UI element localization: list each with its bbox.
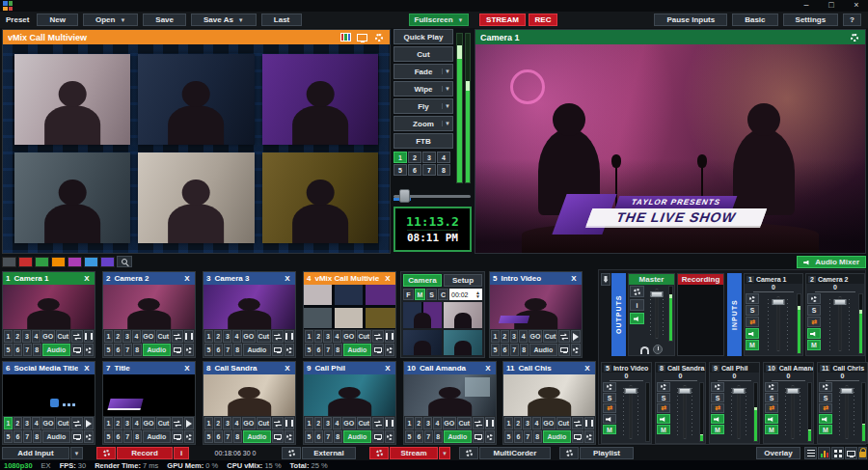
gear-icon[interactable] [746, 293, 759, 304]
fader-handle[interactable] [833, 299, 846, 305]
menu-list-button[interactable] [804, 447, 817, 459]
input-thumbnail[interactable] [490, 285, 582, 329]
loop-icon[interactable] [272, 417, 284, 429]
call-thumb[interactable] [403, 302, 442, 328]
overlay-2-button[interactable]: 2 [114, 417, 122, 429]
call-mode-f-button[interactable]: F [403, 289, 414, 300]
overlay-7-button[interactable]: 7 [510, 344, 519, 356]
overlay-5-button[interactable]: 5 [4, 344, 13, 356]
cut-button[interactable]: Cut [257, 330, 271, 343]
input-thumbnail[interactable] [304, 374, 395, 416]
overlay-3-button[interactable]: 3 [223, 330, 231, 343]
cut-button[interactable]: Cut [457, 417, 472, 429]
overlay-7-button[interactable]: 7 [123, 344, 132, 356]
cut-button[interactable]: Cut [393, 46, 453, 62]
mute-button[interactable]: M [746, 340, 759, 350]
cut-button[interactable]: Cut [257, 417, 271, 429]
input-thumbnail[interactable] [203, 374, 295, 416]
transition-t-bar[interactable] [393, 189, 471, 203]
fullscreen-monitor-icon[interactable] [372, 344, 384, 356]
solo-button[interactable]: S [807, 305, 821, 316]
overlay-1-button[interactable]: 1 [104, 417, 113, 429]
stream-dropdown[interactable]: ▼ [439, 447, 450, 459]
close-input-button[interactable]: X [82, 364, 92, 373]
stinger-8-button[interactable]: 8 [437, 164, 450, 176]
input-header[interactable]: 2 Camera 2 X [103, 272, 195, 285]
overlay-5-button[interactable]: 5 [405, 430, 414, 443]
stepper-arrows-icon[interactable]: ▲▼ [475, 290, 480, 298]
overlay-7-button[interactable]: 7 [324, 430, 333, 443]
monitor-icon[interactable] [356, 33, 368, 42]
audio-button[interactable]: Audio [143, 344, 172, 356]
gear-icon[interactable] [372, 33, 385, 42]
loop-icon[interactable] [558, 330, 570, 343]
input-header[interactable]: 5 Intro Video X [490, 272, 582, 285]
input-settings-icon[interactable] [184, 344, 194, 356]
input-settings-icon[interactable] [485, 430, 495, 443]
overlay-4-button[interactable]: 4 [232, 417, 241, 429]
overlay-5-button[interactable]: 5 [305, 344, 313, 356]
audio-button[interactable]: Audio [529, 344, 558, 356]
input-settings-icon[interactable] [571, 344, 581, 356]
overlay-2-button[interactable]: 2 [501, 330, 509, 343]
playlist-button[interactable]: Playlist [580, 447, 634, 459]
audio-mixer-tab[interactable]: Audio Mixer [797, 256, 866, 268]
channel-fader[interactable] [616, 382, 645, 442]
overlay-6-button[interactable]: 6 [14, 430, 22, 443]
overlay-8-button[interactable]: 8 [233, 430, 242, 443]
overlay-8-button[interactable]: 8 [133, 344, 142, 356]
audio-button[interactable]: Audio [243, 430, 272, 443]
input-header[interactable]: 7 Title X [103, 362, 195, 374]
bus-routing-icon[interactable]: ⇄ [657, 403, 670, 413]
overlay-6-button[interactable]: 6 [314, 430, 323, 443]
loop-icon[interactable] [272, 330, 284, 343]
overlay-4-button[interactable]: 4 [32, 417, 41, 429]
overlay-4-button[interactable]: 4 [532, 417, 541, 429]
bus-routing-icon[interactable]: ⇄ [746, 317, 759, 327]
multicorder-button[interactable]: MultiCorder [479, 447, 551, 459]
channel-fader[interactable] [832, 382, 861, 442]
overlay-7-button[interactable]: 7 [23, 344, 32, 356]
overlay-4-button[interactable]: 4 [132, 417, 141, 429]
overlay-4-button[interactable]: 4 [32, 330, 41, 343]
speaker-button[interactable] [711, 414, 724, 424]
go-button[interactable]: GO [142, 417, 155, 429]
overlay-6-button[interactable]: 6 [214, 344, 223, 356]
fader-handle[interactable] [625, 388, 637, 394]
stinger-4-button[interactable]: 4 [437, 152, 450, 163]
stinger-7-button[interactable]: 7 [422, 164, 436, 176]
stream-status-badge[interactable]: STREAM [479, 14, 526, 26]
speaker-button[interactable] [819, 414, 832, 424]
close-input-button[interactable]: X [583, 364, 592, 373]
go-button[interactable]: GO [242, 330, 256, 343]
last-button[interactable]: Last [261, 14, 302, 26]
stream-button[interactable]: Stream [390, 447, 438, 459]
audio-button[interactable]: Audio [42, 430, 71, 443]
solo-button[interactable]: S [765, 393, 778, 402]
gear-icon[interactable] [848, 33, 860, 42]
playlist-settings-button[interactable] [559, 447, 579, 459]
overlay-4-button[interactable]: 4 [232, 330, 241, 343]
close-input-button[interactable]: X [182, 274, 192, 283]
close-input-button[interactable]: X [283, 364, 292, 373]
playpause-button[interactable] [184, 330, 194, 343]
input-header[interactable]: 10 Call Amanda X [404, 362, 496, 374]
gear-icon[interactable] [630, 286, 644, 297]
loop-icon[interactable] [172, 330, 183, 343]
fullscreen-monitor-icon[interactable] [473, 430, 484, 443]
overlay-4-button[interactable]: 4 [519, 330, 528, 343]
bus-routing-icon[interactable]: ⇄ [603, 403, 616, 413]
fullscreen-monitor-icon[interactable] [272, 430, 284, 443]
color-filter-swatch[interactable] [84, 257, 98, 267]
go-button[interactable]: GO [342, 330, 356, 343]
overlay-6-button[interactable]: 6 [14, 344, 22, 356]
call-mode-c-button[interactable]: C [438, 289, 448, 300]
fader-handle[interactable] [772, 299, 784, 305]
info-button[interactable]: i [630, 299, 644, 311]
overlay-1-button[interactable]: 1 [204, 330, 213, 343]
overlay-6-button[interactable]: 6 [314, 344, 323, 356]
call-mode-s-button[interactable]: S [426, 289, 437, 300]
bus-routing-icon[interactable]: ⇄ [711, 403, 724, 413]
overlay-5-button[interactable]: 5 [204, 430, 213, 443]
input-thumbnail[interactable] [203, 285, 295, 329]
